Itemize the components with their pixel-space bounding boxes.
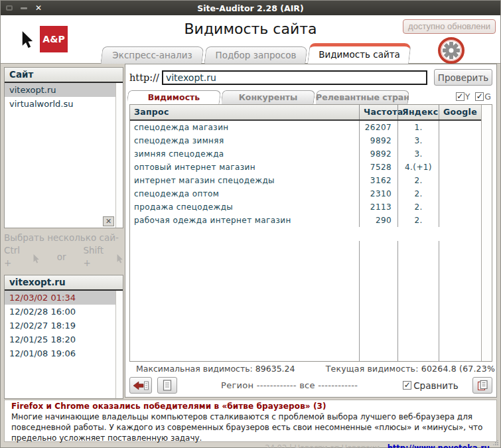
red-arrow-left-icon [133,380,149,391]
yandex-checkbox[interactable]: ✓ [456,92,465,101]
freq-cell: 2310 [359,187,397,200]
query-cell: зимняя спецодежда [130,149,359,159]
copy-results-button[interactable] [472,377,492,394]
yandex-cell: 2. [397,174,439,187]
table-row[interactable]: интернет магазин спецодежды 3162 2. [130,174,481,187]
titlebar: ✕ Site-Auditor 2.28 (AIR) [1,1,500,15]
column-header-freq[interactable]: Частота [359,105,397,119]
main-tab-bar: Экспресс-анализ Подбор запросов Видимост… [102,43,412,64]
subtab[interactable]: Конкуренты [222,90,315,104]
update-available-button[interactable]: доступно обновлени [403,19,496,34]
copy-documents-icon [477,380,488,391]
query-cell: оптовый интернет магазин [130,163,359,172]
query-cell: спецодежда зимняя [130,136,359,145]
freq-cell: 9892 [359,134,397,147]
check-icon: ✓ [404,381,411,389]
yandex-cell: 2. [397,200,439,214]
content: Сайт vitexopt.ru virtualworld.su ✕ Выбра… [1,64,500,398]
region-selector[interactable]: Регион ------------ все ------------ [221,380,358,390]
google-cell [439,147,481,161]
query-cell: спецодежда магазин [130,123,359,132]
news-separator: | [289,443,292,448]
cursor-icon [33,254,40,263]
table-row[interactable]: спецодежда оптом 2310 2. [130,187,481,200]
column-header-query[interactable]: Запрос [130,105,359,119]
history-date-item[interactable]: 12/03/02 01:34 [5,291,115,305]
history-date-item[interactable]: 12/01/25 18:20 [5,333,115,346]
news-link[interactable]: http://www.novoteka.ru [388,443,490,448]
table-row[interactable]: рабочая одежда интернет магазин 290 2. [130,214,481,227]
table-row[interactable]: спецодежда зимняя 9892 3. [130,134,481,147]
document-icon [163,380,172,391]
freq-cell: 3162 [359,174,397,187]
news-headline[interactable]: Firefox и Chrome оказались победителями … [11,402,490,411]
yandex-checkbox-label: Y [465,92,470,102]
cursor-icon [116,254,123,263]
query-cell: спецодежда оптом [130,189,359,198]
app-window: ✕ Site-Auditor 2.28 (AIR) A&P Видимость … [0,0,501,448]
main-tab[interactable]: Видимость сайта [309,43,410,64]
google-checkbox-label: G [484,92,491,102]
minimize-icon[interactable] [21,7,27,9]
table-scrollbar[interactable] [481,105,492,361]
subtab[interactable]: Видимость [127,90,220,104]
google-cell [439,174,481,187]
query-cell: интернет магазин спецодежды [130,176,359,185]
site-list-scrollbar[interactable] [115,83,123,228]
multi-select-hint: Выбрать несколько сай- Ctrl + or Shift + [4,232,123,269]
max-visibility-label: Максимальная видимость: [136,364,253,374]
close-icon[interactable]: ✕ [35,5,42,11]
query-cell: рабочая одежда интернет магазин [130,216,359,225]
hint-ctrl: Ctrl + [4,244,30,269]
hint-shift: Shift + [83,244,113,269]
resize-grip[interactable] [493,440,498,445]
freq-cell: 26207 [359,121,397,134]
yandex-cell: 3. [397,147,439,161]
compare-label: Сравнить [413,380,459,391]
history-date-item[interactable]: 12/02/28 16:00 [5,305,115,319]
history-date-item[interactable]: 12/02/27 18:19 [5,319,115,333]
table-row[interactable]: спецодежда магазин 26207 1. [130,121,481,134]
freq-cell: 7528 [359,161,397,174]
table-row[interactable]: оптовый интернет магазин 7528 4.(+1) [130,161,481,174]
column-header-google[interactable]: Google [439,105,481,119]
yandex-cell: 2. [397,187,439,200]
subtab[interactable]: Релевантные страни [316,90,409,104]
window-title: Site-Auditor 2.28 (AIR) [1,3,500,13]
site-list-item[interactable]: virtualworld.su [5,97,115,111]
history-list-header: vitexopt.ru [5,275,123,291]
news-date: 24.02 [265,443,287,448]
history-list-scrollbar[interactable] [115,291,123,398]
google-cell [439,214,481,227]
maximize-icon[interactable] [6,5,13,11]
url-input[interactable] [162,70,427,85]
compare-checkbox[interactable]: ✓ [403,381,411,390]
report-button[interactable] [157,377,177,394]
remove-site-button[interactable]: ✕ [103,216,114,226]
column-header-yandex[interactable]: Яндекс [397,105,439,119]
back-export-button[interactable] [129,377,152,394]
visibility-table: Запрос Частота Яндекс Google спецодежда … [129,104,492,362]
check-button[interactable]: Проверить [434,69,492,86]
news-attribution: 24.02 | Новости от Новотеки - http://www… [11,443,490,448]
freq-cell: 290 [359,214,397,227]
main-tab[interactable]: Подбор запросов [205,46,307,64]
sidebar: Сайт vitexopt.ru virtualworld.su ✕ Выбра… [1,64,125,398]
table-row[interactable]: зимняя спецодежда 9892 3. [130,147,481,161]
site-list-header: Сайт [5,68,123,83]
visibility-stats: Максимальная видимость: 89635.24 Текущая… [125,362,496,375]
news-source: Новости от Новотеки - [294,443,385,448]
google-cell [439,200,481,214]
yandex-cell: 1. [397,121,439,134]
max-visibility-value: 89635.24 [255,364,295,374]
check-icon: ✓ [457,92,463,100]
history-date-item[interactable]: 12/01/08 19:06 [5,346,115,360]
table-row[interactable]: продажа спецодежды 2113 2. [130,200,481,214]
site-list-item[interactable]: vitexopt.ru [5,83,115,97]
google-checkbox[interactable]: ✓ [475,92,484,101]
main-tab[interactable]: Экспресс-анализ [102,46,203,64]
table-header: Запрос Частота Яндекс Google [130,105,481,121]
yandex-cell: 4.(+1) [397,161,439,174]
settings-gear-icon[interactable] [437,36,466,65]
check-icon: ✓ [476,92,483,100]
